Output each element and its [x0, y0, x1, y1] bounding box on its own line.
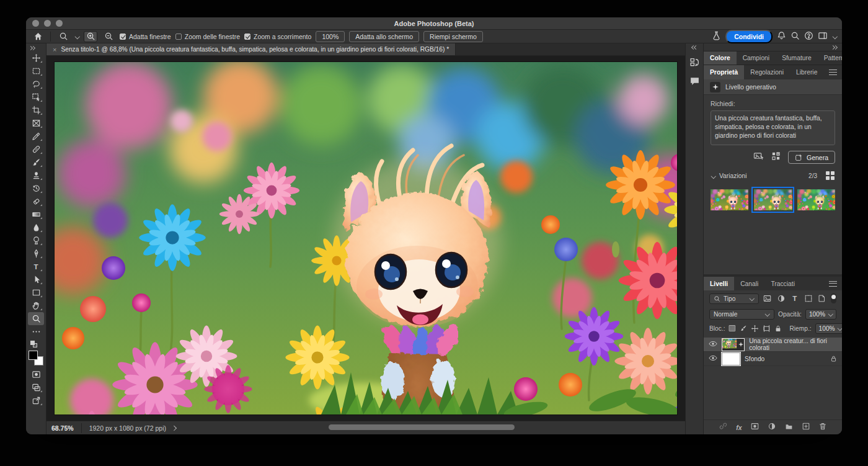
- beta-flask-button[interactable]: [712, 31, 721, 42]
- panel-menu-icon[interactable]: [829, 281, 837, 287]
- tab-tracciati[interactable]: Tracciati: [764, 277, 801, 290]
- zoom-100-button[interactable]: 100%: [316, 31, 345, 42]
- blend-mode-select[interactable]: Normale: [709, 309, 774, 320]
- zoom-out-button[interactable]: [102, 31, 115, 42]
- version-history-button[interactable]: [687, 55, 702, 69]
- tab-livelli[interactable]: Livelli: [704, 277, 734, 290]
- help-button[interactable]: [804, 31, 813, 42]
- path-selection-tool[interactable]: [28, 273, 44, 286]
- expand-strip-icon[interactable]: [691, 45, 698, 50]
- blur-tool[interactable]: [28, 221, 44, 234]
- status-expand-icon[interactable]: [172, 426, 177, 431]
- variations-grid-icon[interactable]: [826, 171, 835, 181]
- lock-all-button[interactable]: [774, 323, 782, 334]
- comments-button[interactable]: [687, 73, 702, 88]
- generate-button[interactable]: Genera: [788, 151, 835, 164]
- panel-menu-icon[interactable]: [829, 69, 837, 75]
- healing-brush-tool[interactable]: [28, 143, 44, 156]
- layer-thumbnail[interactable]: [722, 338, 745, 351]
- tab-proprieta[interactable]: Proprietà: [704, 65, 744, 79]
- new-layer-button[interactable]: [802, 422, 810, 433]
- document-tab[interactable]: × Senza titolo-1 @ 68,8% (Una piccola cr…: [46, 43, 456, 55]
- canvas-area[interactable]: [46, 56, 685, 421]
- minimize-window-button[interactable]: [44, 20, 51, 27]
- opacity-field[interactable]: 100%: [805, 309, 836, 320]
- zoom-window-button[interactable]: [56, 20, 63, 27]
- add-adjustment-button[interactable]: [768, 422, 776, 433]
- fill-field[interactable]: 100%: [815, 323, 842, 334]
- tab-regolazioni[interactable]: Regolazioni: [744, 65, 790, 79]
- filter-adjustment-layers-button[interactable]: [776, 293, 786, 304]
- lock-pixels-button[interactable]: [740, 323, 747, 334]
- reference-image-button[interactable]: [753, 151, 764, 163]
- eyedropper-tool[interactable]: [28, 130, 44, 143]
- layer-visibility-toggle[interactable]: [709, 355, 717, 362]
- history-brush-tool[interactable]: [28, 182, 44, 195]
- close-tab-icon[interactable]: ×: [53, 46, 56, 53]
- workspace-button[interactable]: [818, 31, 828, 42]
- layer-row-background[interactable]: Sfondo: [704, 352, 842, 366]
- lock-position-button[interactable]: [751, 323, 759, 334]
- close-window-button[interactable]: [32, 20, 39, 27]
- home-button[interactable]: [31, 31, 45, 42]
- eraser-tool[interactable]: [28, 195, 44, 208]
- background-thumbnail[interactable]: [722, 352, 740, 365]
- prompt-input[interactable]: Una piccola creatura fantastica, buffa, …: [711, 110, 835, 145]
- variations-header[interactable]: Variazioni 2/3: [711, 171, 835, 181]
- object-selection-tool[interactable]: [28, 91, 44, 104]
- delete-layer-button[interactable]: [818, 422, 827, 433]
- layer-row-generative[interactable]: Una piccola creatur... di fiori colorati: [704, 338, 842, 352]
- move-tool[interactable]: [28, 52, 44, 65]
- filter-toggle[interactable]: [831, 293, 836, 303]
- tab-sfumature[interactable]: Sfumature: [776, 52, 818, 65]
- layer-name[interactable]: Una piccola creatur... di fiori colorati: [749, 338, 837, 351]
- foreground-color-swatch[interactable]: [29, 351, 38, 360]
- clone-stamp-tool[interactable]: [28, 169, 44, 182]
- search-button[interactable]: [790, 31, 800, 42]
- tool-preset-chevron-icon[interactable]: [74, 34, 79, 39]
- tab-pattern[interactable]: Pattern: [818, 52, 842, 65]
- fit-windows-checkbox[interactable]: Adatta finestre: [120, 33, 171, 40]
- fill-screen-button[interactable]: Riempi schermo: [423, 31, 483, 42]
- filter-type-layers-button[interactable]: T: [790, 293, 800, 304]
- quick-mask-button[interactable]: [28, 368, 44, 381]
- canvas-image[interactable]: [55, 62, 677, 414]
- frame-tool[interactable]: [28, 117, 44, 130]
- brush-tool[interactable]: [28, 156, 44, 169]
- link-layers-button[interactable]: [719, 421, 728, 433]
- scrubby-zoom-checkbox[interactable]: Zoom a scorrimento: [244, 33, 311, 40]
- zoom-tool-indicator[interactable]: [56, 31, 70, 42]
- variation-1[interactable]: [711, 189, 748, 210]
- horizontal-scrollbar[interactable]: [329, 424, 515, 430]
- filter-smart-objects-button[interactable]: [817, 293, 827, 304]
- add-mask-button[interactable]: [750, 422, 760, 433]
- share-document-button[interactable]: [28, 394, 44, 407]
- variation-2-selected[interactable]: [751, 187, 794, 213]
- workspace-chevron-icon[interactable]: [832, 34, 837, 39]
- pen-tool[interactable]: [28, 247, 44, 260]
- zoom-windows-checkbox[interactable]: Zoom delle finestre: [175, 33, 240, 40]
- marquee-tool[interactable]: [28, 65, 44, 78]
- collapse-panels-icon[interactable]: [831, 45, 838, 50]
- share-button[interactable]: Condividi: [725, 30, 773, 43]
- zoom-tool[interactable]: [28, 312, 44, 325]
- fit-screen-button[interactable]: Adatta allo schermo: [349, 31, 419, 42]
- crop-tool[interactable]: [28, 104, 44, 117]
- edit-toolbar-button[interactable]: [28, 325, 44, 338]
- hand-tool[interactable]: [28, 299, 44, 312]
- tab-librerie[interactable]: Librerie: [790, 65, 823, 79]
- filter-shape-layers-button[interactable]: [804, 293, 813, 304]
- layer-name[interactable]: Sfondo: [745, 356, 764, 362]
- lock-transparency-button[interactable]: [728, 323, 736, 334]
- zoom-level[interactable]: 68.75%: [51, 424, 74, 432]
- filter-type-select[interactable]: Tipo: [709, 293, 759, 304]
- color-swatches[interactable]: [29, 351, 43, 365]
- lock-artboard-button[interactable]: [763, 323, 771, 334]
- tab-canali[interactable]: Canali: [734, 277, 764, 290]
- zoom-in-button[interactable]: [84, 31, 97, 42]
- lasso-tool[interactable]: [28, 78, 44, 91]
- toolbar-collapse-icon[interactable]: [29, 46, 36, 51]
- notifications-button[interactable]: [777, 31, 786, 42]
- tab-campioni[interactable]: Campioni: [737, 52, 776, 65]
- variation-3[interactable]: [797, 189, 835, 210]
